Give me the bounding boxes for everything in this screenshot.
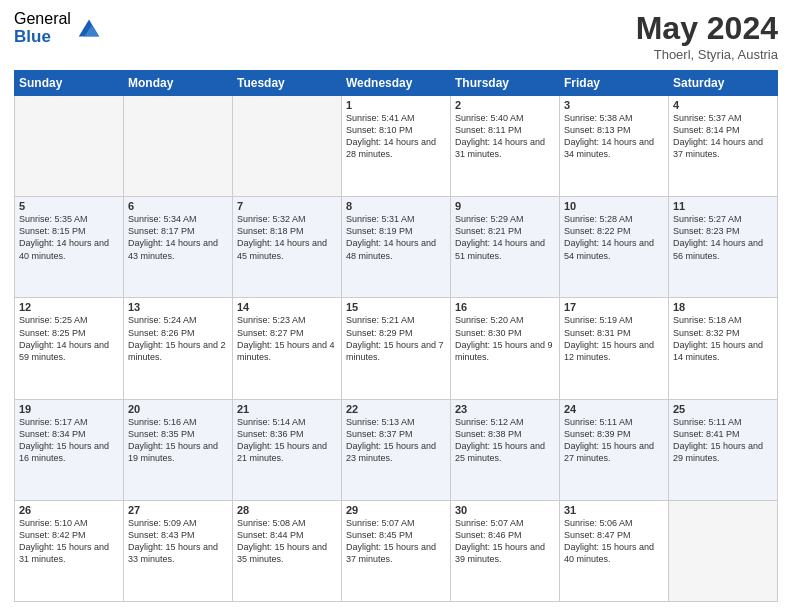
calendar-cell: 28Sunrise: 5:08 AM Sunset: 8:44 PM Dayli…	[233, 500, 342, 601]
calendar-cell: 18Sunrise: 5:18 AM Sunset: 8:32 PM Dayli…	[669, 298, 778, 399]
day-info: Sunrise: 5:18 AM Sunset: 8:32 PM Dayligh…	[673, 314, 773, 363]
day-info: Sunrise: 5:41 AM Sunset: 8:10 PM Dayligh…	[346, 112, 446, 161]
header: General Blue May 2024 Thoerl, Styria, Au…	[14, 10, 778, 62]
title-location: Thoerl, Styria, Austria	[636, 47, 778, 62]
day-number: 28	[237, 504, 337, 516]
day-number: 17	[564, 301, 664, 313]
day-info: Sunrise: 5:40 AM Sunset: 8:11 PM Dayligh…	[455, 112, 555, 161]
day-number: 23	[455, 403, 555, 415]
day-number: 22	[346, 403, 446, 415]
logo: General Blue	[14, 10, 103, 46]
calendar-cell: 27Sunrise: 5:09 AM Sunset: 8:43 PM Dayli…	[124, 500, 233, 601]
day-info: Sunrise: 5:11 AM Sunset: 8:41 PM Dayligh…	[673, 416, 773, 465]
day-number: 2	[455, 99, 555, 111]
calendar-cell: 10Sunrise: 5:28 AM Sunset: 8:22 PM Dayli…	[560, 197, 669, 298]
calendar-cell: 19Sunrise: 5:17 AM Sunset: 8:34 PM Dayli…	[15, 399, 124, 500]
col-sunday: Sunday	[15, 71, 124, 96]
calendar-cell: 31Sunrise: 5:06 AM Sunset: 8:47 PM Dayli…	[560, 500, 669, 601]
calendar-cell: 15Sunrise: 5:21 AM Sunset: 8:29 PM Dayli…	[342, 298, 451, 399]
day-number: 13	[128, 301, 228, 313]
calendar-week-3: 12Sunrise: 5:25 AM Sunset: 8:25 PM Dayli…	[15, 298, 778, 399]
day-info: Sunrise: 5:29 AM Sunset: 8:21 PM Dayligh…	[455, 213, 555, 262]
calendar-cell: 9Sunrise: 5:29 AM Sunset: 8:21 PM Daylig…	[451, 197, 560, 298]
calendar-cell: 5Sunrise: 5:35 AM Sunset: 8:15 PM Daylig…	[15, 197, 124, 298]
header-row: Sunday Monday Tuesday Wednesday Thursday…	[15, 71, 778, 96]
calendar-cell: 23Sunrise: 5:12 AM Sunset: 8:38 PM Dayli…	[451, 399, 560, 500]
calendar-table: Sunday Monday Tuesday Wednesday Thursday…	[14, 70, 778, 602]
calendar-cell: 29Sunrise: 5:07 AM Sunset: 8:45 PM Dayli…	[342, 500, 451, 601]
day-info: Sunrise: 5:37 AM Sunset: 8:14 PM Dayligh…	[673, 112, 773, 161]
day-info: Sunrise: 5:11 AM Sunset: 8:39 PM Dayligh…	[564, 416, 664, 465]
calendar-cell: 11Sunrise: 5:27 AM Sunset: 8:23 PM Dayli…	[669, 197, 778, 298]
day-info: Sunrise: 5:38 AM Sunset: 8:13 PM Dayligh…	[564, 112, 664, 161]
calendar-cell: 6Sunrise: 5:34 AM Sunset: 8:17 PM Daylig…	[124, 197, 233, 298]
day-info: Sunrise: 5:12 AM Sunset: 8:38 PM Dayligh…	[455, 416, 555, 465]
day-info: Sunrise: 5:27 AM Sunset: 8:23 PM Dayligh…	[673, 213, 773, 262]
calendar-week-1: 1Sunrise: 5:41 AM Sunset: 8:10 PM Daylig…	[15, 96, 778, 197]
title-block: May 2024 Thoerl, Styria, Austria	[636, 10, 778, 62]
calendar-cell: 30Sunrise: 5:07 AM Sunset: 8:46 PM Dayli…	[451, 500, 560, 601]
logo-general: General	[14, 10, 71, 28]
day-info: Sunrise: 5:17 AM Sunset: 8:34 PM Dayligh…	[19, 416, 119, 465]
day-info: Sunrise: 5:08 AM Sunset: 8:44 PM Dayligh…	[237, 517, 337, 566]
calendar-week-2: 5Sunrise: 5:35 AM Sunset: 8:15 PM Daylig…	[15, 197, 778, 298]
day-info: Sunrise: 5:21 AM Sunset: 8:29 PM Dayligh…	[346, 314, 446, 363]
day-info: Sunrise: 5:09 AM Sunset: 8:43 PM Dayligh…	[128, 517, 228, 566]
day-info: Sunrise: 5:31 AM Sunset: 8:19 PM Dayligh…	[346, 213, 446, 262]
day-number: 31	[564, 504, 664, 516]
day-info: Sunrise: 5:23 AM Sunset: 8:27 PM Dayligh…	[237, 314, 337, 363]
day-info: Sunrise: 5:25 AM Sunset: 8:25 PM Dayligh…	[19, 314, 119, 363]
day-info: Sunrise: 5:32 AM Sunset: 8:18 PM Dayligh…	[237, 213, 337, 262]
calendar-cell: 24Sunrise: 5:11 AM Sunset: 8:39 PM Dayli…	[560, 399, 669, 500]
calendar-cell	[669, 500, 778, 601]
day-number: 6	[128, 200, 228, 212]
day-number: 3	[564, 99, 664, 111]
day-number: 4	[673, 99, 773, 111]
day-info: Sunrise: 5:06 AM Sunset: 8:47 PM Dayligh…	[564, 517, 664, 566]
title-month: May 2024	[636, 10, 778, 47]
col-wednesday: Wednesday	[342, 71, 451, 96]
calendar-cell: 8Sunrise: 5:31 AM Sunset: 8:19 PM Daylig…	[342, 197, 451, 298]
calendar-cell	[15, 96, 124, 197]
logo-text: General Blue	[14, 10, 71, 46]
day-number: 18	[673, 301, 773, 313]
day-number: 10	[564, 200, 664, 212]
calendar-cell: 7Sunrise: 5:32 AM Sunset: 8:18 PM Daylig…	[233, 197, 342, 298]
day-number: 16	[455, 301, 555, 313]
col-saturday: Saturday	[669, 71, 778, 96]
day-number: 21	[237, 403, 337, 415]
day-number: 14	[237, 301, 337, 313]
day-number: 1	[346, 99, 446, 111]
calendar-cell: 2Sunrise: 5:40 AM Sunset: 8:11 PM Daylig…	[451, 96, 560, 197]
day-number: 24	[564, 403, 664, 415]
calendar-cell: 12Sunrise: 5:25 AM Sunset: 8:25 PM Dayli…	[15, 298, 124, 399]
logo-icon	[75, 14, 103, 42]
day-info: Sunrise: 5:24 AM Sunset: 8:26 PM Dayligh…	[128, 314, 228, 363]
day-number: 11	[673, 200, 773, 212]
day-number: 20	[128, 403, 228, 415]
calendar-cell: 13Sunrise: 5:24 AM Sunset: 8:26 PM Dayli…	[124, 298, 233, 399]
day-number: 9	[455, 200, 555, 212]
col-thursday: Thursday	[451, 71, 560, 96]
day-number: 19	[19, 403, 119, 415]
calendar-cell: 1Sunrise: 5:41 AM Sunset: 8:10 PM Daylig…	[342, 96, 451, 197]
day-number: 15	[346, 301, 446, 313]
day-info: Sunrise: 5:10 AM Sunset: 8:42 PM Dayligh…	[19, 517, 119, 566]
day-info: Sunrise: 5:07 AM Sunset: 8:45 PM Dayligh…	[346, 517, 446, 566]
calendar-cell: 3Sunrise: 5:38 AM Sunset: 8:13 PM Daylig…	[560, 96, 669, 197]
calendar-cell: 26Sunrise: 5:10 AM Sunset: 8:42 PM Dayli…	[15, 500, 124, 601]
day-info: Sunrise: 5:20 AM Sunset: 8:30 PM Dayligh…	[455, 314, 555, 363]
calendar-cell: 20Sunrise: 5:16 AM Sunset: 8:35 PM Dayli…	[124, 399, 233, 500]
calendar-cell: 4Sunrise: 5:37 AM Sunset: 8:14 PM Daylig…	[669, 96, 778, 197]
calendar-cell: 22Sunrise: 5:13 AM Sunset: 8:37 PM Dayli…	[342, 399, 451, 500]
day-number: 7	[237, 200, 337, 212]
day-number: 12	[19, 301, 119, 313]
day-number: 5	[19, 200, 119, 212]
day-info: Sunrise: 5:13 AM Sunset: 8:37 PM Dayligh…	[346, 416, 446, 465]
calendar-cell	[233, 96, 342, 197]
day-info: Sunrise: 5:34 AM Sunset: 8:17 PM Dayligh…	[128, 213, 228, 262]
calendar-cell: 17Sunrise: 5:19 AM Sunset: 8:31 PM Dayli…	[560, 298, 669, 399]
calendar-week-4: 19Sunrise: 5:17 AM Sunset: 8:34 PM Dayli…	[15, 399, 778, 500]
calendar-cell: 21Sunrise: 5:14 AM Sunset: 8:36 PM Dayli…	[233, 399, 342, 500]
day-number: 27	[128, 504, 228, 516]
